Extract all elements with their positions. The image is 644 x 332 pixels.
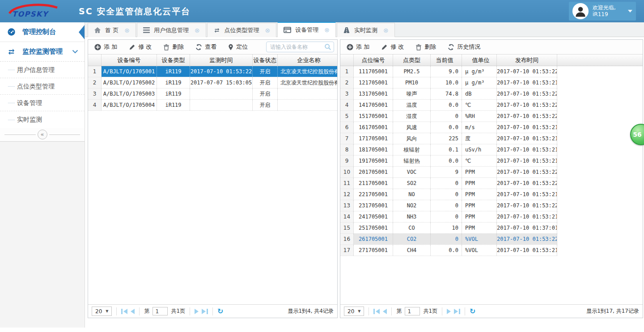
history-button[interactable]: 历史情况 — [448, 43, 480, 51]
table-row[interactable]: 4141705001温度0.0℃2017-07-10 01:53:22 — [340, 100, 557, 111]
column-header[interactable]: 企业名称 — [278, 55, 337, 66]
next-page-button[interactable] — [195, 309, 199, 314]
table-row[interactable]: 15251705001CO10PPM2017-07-10 01:37:01 — [340, 223, 557, 234]
tab-user-info[interactable]: 用户信息管理 ⊗ — [137, 23, 206, 37]
column-header[interactable]: 值单位 — [462, 55, 497, 66]
sidebar-module-console[interactable]: 管理控制台 — [0, 22, 85, 42]
column-header[interactable]: 监测时间 — [190, 55, 253, 66]
delete-button[interactable]: 删除 — [415, 43, 436, 51]
cell-type: 温度 — [393, 100, 431, 110]
column-header[interactable]: 设备类型 — [157, 55, 190, 66]
view-label: 查看 — [205, 43, 216, 51]
monitor-panel: 添 加 修 改 删除 — [340, 39, 643, 318]
table-row[interactable]: 12221705001NO0PPM2017-07-10 01:53:21 — [340, 189, 557, 200]
sidebar-module-monitoring[interactable]: 监控监测管理 — [0, 42, 85, 62]
locate-button[interactable]: 定位 — [228, 43, 248, 51]
close-icon[interactable]: ⊗ — [324, 26, 330, 34]
close-icon[interactable]: ⊗ — [383, 27, 389, 34]
column-header[interactable]: 设备状态 — [253, 55, 278, 66]
user-menu[interactable]: 欢迎光临, iR119 — [569, 2, 636, 21]
add-button[interactable]: 添 加 — [347, 43, 369, 51]
cell-type: CO — [393, 223, 431, 233]
trash-icon — [163, 44, 169, 50]
search-icon[interactable] — [324, 43, 331, 50]
prev-page-button[interactable] — [131, 309, 135, 314]
table-row[interactable]: 13231705001NO20PPM2017-07-10 01:53:22 — [340, 200, 557, 211]
topsky-logo: TOPSKY — [6, 2, 61, 22]
table-row[interactable]: 5151705001湿度0%RH2017-07-10 01:53:22 — [340, 111, 557, 122]
next-page-button[interactable] — [447, 309, 451, 314]
sidebar-item-device[interactable]: 设备管理 — [0, 95, 85, 111]
edit-button[interactable]: 修 改 — [129, 43, 152, 51]
delete-button[interactable]: 删除 — [163, 43, 184, 51]
cell-time: 2017-07-10 01:53:22 — [497, 88, 557, 99]
reload-icon[interactable]: ↻ — [470, 308, 475, 315]
table-row[interactable]: 10201705001VOC9PPM2017-07-10 01:53:22 — [340, 167, 557, 178]
last-page-button[interactable] — [454, 309, 460, 314]
cell-time: 2017-07-10 01:53:22 — [497, 111, 557, 122]
table-row[interactable]: 4A/BJLT/O/1705004iR119开启 — [88, 100, 337, 111]
plus-circle-icon — [347, 44, 353, 50]
first-page-button[interactable] — [373, 309, 380, 314]
sidebar-item-realtime[interactable]: 实时监测 — [0, 111, 85, 128]
page-number-input[interactable] — [405, 307, 420, 315]
tab-point-type[interactable]: 点位类型管理 ⊗ — [207, 23, 277, 37]
column-header-num — [88, 55, 102, 66]
column-header[interactable]: 设备编号 — [102, 55, 157, 66]
reload-icon[interactable]: ↻ — [217, 308, 223, 315]
table-row[interactable]: 8181705001核辐射0.1uSv/h2017-07-10 01:53:21 — [340, 144, 557, 155]
cell-type: CH4 — [393, 245, 431, 256]
cell-num: 11 — [340, 178, 354, 189]
last-page-button[interactable] — [202, 309, 208, 314]
table-row[interactable]: 1A/BJLT/O/1705001iR1192017-07-10 01:53:2… — [88, 66, 337, 77]
cell-num: 17 — [340, 245, 354, 256]
tab-realtime[interactable]: 实时监测 ⊗ — [337, 23, 395, 37]
tab-home[interactable]: 首 页 ⊗ — [88, 23, 136, 37]
close-icon[interactable]: ⊗ — [124, 27, 130, 34]
table-row[interactable]: 7171705001风向225度2017-07-10 01:53:21 — [340, 133, 557, 144]
prev-page-button[interactable] — [383, 309, 387, 314]
view-button[interactable]: 查看 — [195, 43, 216, 51]
column-header[interactable]: 点位编号 — [354, 55, 393, 66]
table-row[interactable]: 11211705001SO20PPM2017-07-10 01:53:22 — [340, 178, 557, 189]
cell-num: 1 — [340, 66, 354, 77]
cell-code: 131705001 — [354, 88, 393, 99]
table-row[interactable]: 16261705001CO20%VOL2017-07-10 01:53:22 — [340, 234, 557, 245]
cell-time: 2017-07-10 01:37:01 — [497, 223, 557, 233]
cell-time: 2017-07-10 01:53:22 — [497, 178, 557, 189]
table-row[interactable]: 2121705001PM1010.0μ g/m³2017-07-10 01:53… — [340, 77, 557, 88]
sidebar-item-user-info[interactable]: 用户信息管理 — [0, 62, 85, 78]
page-number-input[interactable] — [153, 307, 168, 315]
close-icon[interactable]: ⊗ — [265, 27, 271, 34]
sidebar-item-point-type[interactable]: 点位类型管理 — [0, 78, 85, 95]
main-area: 首 页 ⊗ 用户信息管理 ⊗ 点位类型管理 ⊗ — [85, 22, 644, 332]
cell-time: 2017-07-10 01:53:21 — [497, 245, 557, 256]
cell-num: 8 — [340, 144, 354, 155]
column-header[interactable]: 发布时间 — [497, 55, 557, 66]
table-row[interactable]: 3131705001噪声74.8dB2017-07-10 01:53:22 — [340, 88, 557, 100]
table-row[interactable]: 14241705001NH30PPM2017-07-10 01:53:21 — [340, 211, 557, 223]
page-size-select[interactable]: 20 ▼ — [92, 307, 112, 316]
table-row[interactable]: 2A/BJLT/O/1705002iR1192017-07-07 15:03:0… — [88, 77, 337, 88]
edit-button[interactable]: 修 改 — [381, 43, 404, 51]
table-row[interactable]: 6161705001风速0.0m/s2017-07-10 01:53:21 — [340, 122, 557, 133]
column-header[interactable]: 当前值 — [431, 55, 462, 66]
refresh-icon — [195, 44, 202, 50]
table-row[interactable]: 9191705001辐射热0.0℃2017-07-10 01:53:21 — [340, 155, 557, 167]
table-row[interactable]: 1111705001PM2.59.0μ g/m³2017-07-10 01:53… — [340, 66, 557, 77]
page-size-select[interactable]: 20 ▼ — [344, 307, 364, 316]
close-icon[interactable]: ⊗ — [195, 27, 200, 34]
cell-type: 风速 — [393, 122, 431, 133]
cell-time: 2017-07-10 01:53:22 — [497, 167, 557, 177]
refresh-icon — [448, 44, 454, 50]
cell-company: 北京凌天世纪控股股份有限公司 — [278, 77, 337, 88]
cell-time: 2017-07-10 01:53:21 — [497, 144, 557, 155]
collapse-sidebar-button[interactable]: « — [38, 130, 47, 139]
device-table-header: 设备编号 设备类型 监测时间 设备状态 企业名称 — [88, 55, 337, 66]
table-row[interactable]: 17271705001CH40.0%VOL2017-07-10 01:53:21 — [340, 245, 557, 256]
first-page-button[interactable] — [121, 309, 127, 314]
tab-device[interactable]: 设备管理 ⊗ — [277, 22, 336, 37]
column-header[interactable]: 点类型 — [393, 55, 431, 66]
add-button[interactable]: 添 加 — [94, 43, 117, 51]
table-row[interactable]: 3A/BJLT/O/1705003iR119开启 — [88, 88, 337, 100]
